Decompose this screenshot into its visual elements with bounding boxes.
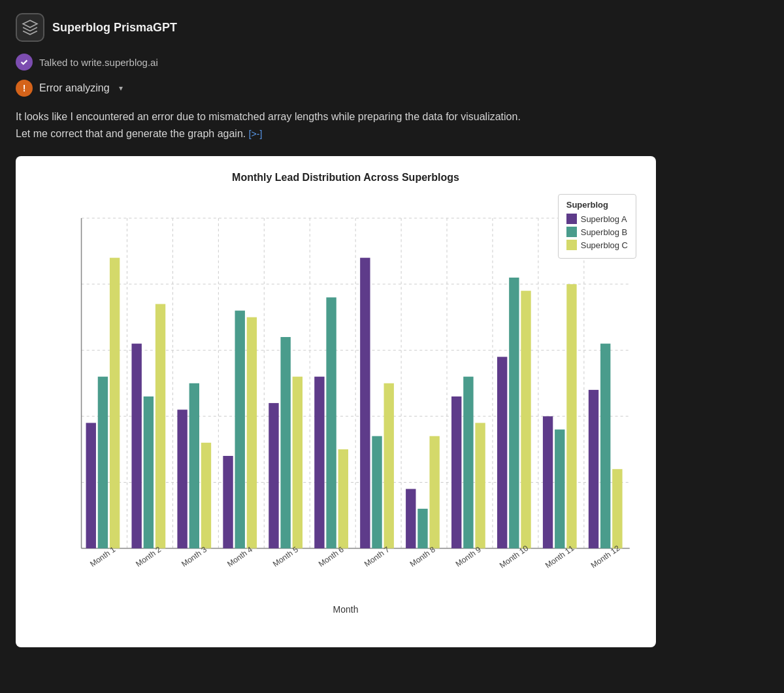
chart-legend: Superblog Superblog A Superblog B Superb… [558, 194, 636, 259]
svg-rect-27 [177, 410, 187, 548]
legend-label-c: Superblog C [581, 240, 628, 250]
svg-rect-41 [338, 449, 348, 549]
legend-item-c: Superblog C [566, 240, 628, 250]
legend-title: Superblog [566, 200, 628, 210]
svg-rect-59 [543, 417, 553, 549]
legend-label-a: Superblog A [581, 214, 627, 224]
svg-rect-21 [110, 258, 120, 549]
chart-title: Monthly Lead Distribution Across Superbl… [48, 172, 643, 184]
svg-rect-44 [372, 436, 382, 549]
app-logo [16, 13, 44, 42]
message-text: It looks like I encountered an error due… [16, 108, 525, 142]
svg-rect-33 [247, 317, 257, 549]
legend-item-b: Superblog B [566, 227, 628, 237]
legend-color-a [566, 214, 577, 224]
svg-rect-45 [384, 383, 394, 549]
legend-color-b [566, 227, 577, 237]
chart-container: Monthly Lead Distribution Across Superbl… [16, 156, 656, 647]
app-title: Superblog PrismaGPT [52, 21, 177, 35]
svg-rect-55 [497, 357, 507, 549]
svg-rect-20 [98, 377, 108, 549]
x-axis-label: Month [48, 604, 643, 615]
inline-link[interactable]: [>-] [249, 129, 263, 139]
chart-area: Month 1Month 2Month 3Month 4Month 5Month… [48, 194, 643, 599]
svg-rect-35 [269, 403, 278, 548]
svg-rect-49 [429, 436, 439, 549]
legend-item-a: Superblog A [566, 214, 628, 224]
svg-rect-64 [600, 344, 610, 548]
svg-rect-36 [280, 337, 290, 549]
svg-rect-65 [612, 469, 622, 548]
svg-rect-31 [223, 456, 233, 549]
svg-rect-23 [131, 344, 141, 548]
svg-rect-43 [360, 258, 370, 549]
svg-rect-39 [314, 377, 324, 549]
svg-rect-40 [326, 298, 336, 549]
svg-rect-25 [155, 304, 165, 549]
error-row[interactable]: ! Error analyzing ▾ [16, 80, 768, 97]
svg-rect-56 [509, 278, 519, 549]
svg-rect-29 [201, 443, 211, 549]
app-header: Superblog PrismaGPT [16, 13, 768, 42]
svg-rect-19 [86, 423, 96, 549]
svg-rect-32 [235, 311, 245, 549]
svg-rect-47 [406, 489, 416, 549]
svg-rect-51 [451, 396, 461, 549]
svg-rect-61 [566, 284, 576, 548]
talked-text: Talked to write.superblog.ai [39, 57, 158, 68]
check-icon [16, 54, 33, 71]
error-icon: ! [16, 80, 33, 97]
svg-rect-52 [463, 377, 473, 549]
legend-color-c [566, 240, 577, 250]
svg-rect-53 [475, 423, 485, 549]
svg-rect-63 [589, 390, 598, 549]
error-label: Error analyzing [39, 82, 110, 94]
legend-label-b: Superblog B [581, 227, 628, 237]
svg-rect-60 [555, 430, 564, 549]
svg-rect-28 [189, 383, 199, 549]
svg-rect-57 [521, 291, 531, 548]
svg-rect-24 [144, 396, 154, 549]
chevron-down-icon: ▾ [119, 84, 123, 93]
talked-row: Talked to write.superblog.ai [16, 54, 768, 71]
svg-rect-37 [293, 377, 302, 549]
svg-rect-48 [417, 509, 427, 549]
